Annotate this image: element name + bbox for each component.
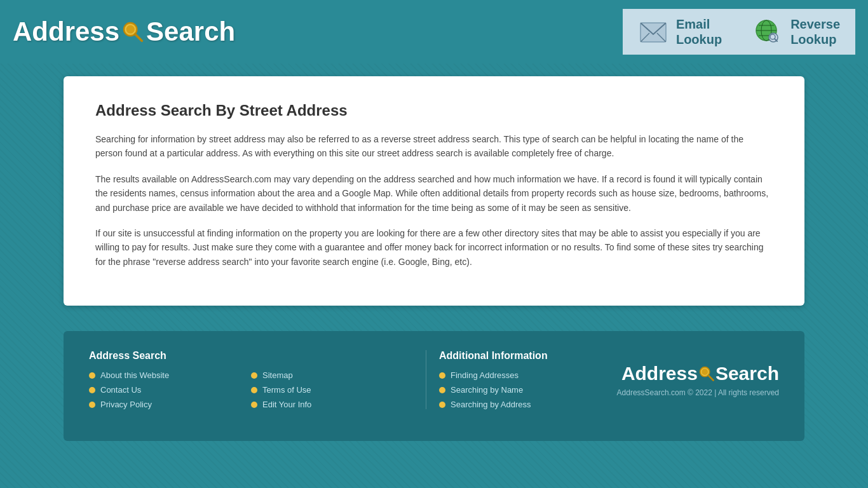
page-title: Address Search By Street Address <box>95 102 773 119</box>
bullet-icon <box>439 402 445 408</box>
bullet-icon <box>89 387 95 393</box>
footer-link-item: Searching by Name <box>439 385 601 395</box>
footer-col-additional: Additional Information Finding Addresses… <box>439 350 601 409</box>
logo-address: Address <box>13 17 119 47</box>
sitemap-link[interactable]: Sitemap <box>262 370 293 380</box>
svg-line-2 <box>135 34 142 41</box>
logo-search: Search <box>146 17 235 47</box>
logo[interactable]: Address Search <box>13 17 235 47</box>
searching-by-address-link[interactable]: Searching by Address <box>451 400 531 409</box>
footer-columns: Address Search About this Website Contac… <box>89 350 779 409</box>
email-icon <box>638 17 668 47</box>
terms-of-use-link[interactable]: Terms of Use <box>262 385 311 395</box>
footer-logo-area: Address Search AddressSearch.com © 2022 … <box>601 350 779 409</box>
main-wrapper: Address Search By Street Address Searchi… <box>0 64 868 318</box>
bullet-icon <box>251 372 257 379</box>
nav-buttons: EmailLookup ReverseLookup <box>623 9 855 55</box>
bullet-icon <box>439 372 445 379</box>
paragraph-3: If our site is unsuccessful at finding i… <box>95 226 773 269</box>
footer-link-item: Contact Us <box>89 385 251 395</box>
footer-link-item: Finding Addresses <box>439 370 601 380</box>
bullet-icon <box>89 402 95 408</box>
footer-logo-magnifier-icon <box>698 365 715 383</box>
footer-col2-links: Sitemap Terms of Use Edit Your Info <box>251 370 413 409</box>
footer-col-address-search: Address Search About this Website Contac… <box>89 350 251 409</box>
footer-col1-title: Address Search <box>89 350 251 362</box>
footer-copyright: AddressSearch.com © 2022 | All rights re… <box>617 388 779 397</box>
footer-col2: Sitemap Terms of Use Edit Your Info <box>251 350 413 409</box>
email-lookup-label: EmailLookup <box>676 17 722 47</box>
footer-divider <box>426 350 426 409</box>
bullet-icon <box>251 402 257 408</box>
footer-logo-search: Search <box>715 363 779 384</box>
logo-magnifier-icon <box>121 20 145 44</box>
footer-logo: Address Search <box>621 363 779 384</box>
footer-col2-title <box>251 350 413 362</box>
reverse-lookup-icon <box>752 17 783 47</box>
contact-us-link[interactable]: Contact Us <box>100 385 141 395</box>
footer-link-item: Privacy Policy <box>89 400 251 409</box>
searching-by-name-link[interactable]: Searching by Name <box>451 385 523 395</box>
footer-link-item: About this Website <box>89 370 251 380</box>
footer-link-item: Terms of Use <box>251 385 413 395</box>
paragraph-2: The results available on AddressSearch.c… <box>95 172 773 215</box>
finding-addresses-link[interactable]: Finding Addresses <box>451 370 519 380</box>
reverse-lookup-button[interactable]: ReverseLookup <box>737 9 855 55</box>
footer-col1-links: About this Website Contact Us Privacy Po… <box>89 370 251 409</box>
footer-col3-links: Finding Addresses Searching by Name Sear… <box>439 370 601 409</box>
paragraph-1: Searching for information by street addr… <box>95 132 773 161</box>
footer-link-item: Edit Your Info <box>251 400 413 409</box>
email-lookup-button[interactable]: EmailLookup <box>623 9 737 55</box>
logo-text: Address Search <box>13 17 235 47</box>
svg-line-16 <box>709 375 714 380</box>
footer-col3-title: Additional Information <box>439 350 601 362</box>
bullet-icon <box>251 387 257 393</box>
privacy-policy-link[interactable]: Privacy Policy <box>100 400 152 409</box>
footer-link-item: Searching by Address <box>439 400 601 409</box>
site-header: Address Search EmailLookup <box>0 0 868 64</box>
reverse-lookup-label: ReverseLookup <box>790 17 840 47</box>
footer: Address Search About this Website Contac… <box>64 331 804 441</box>
bullet-icon <box>439 387 445 393</box>
footer-logo-address: Address <box>621 363 698 384</box>
footer-link-item: Sitemap <box>251 370 413 380</box>
about-website-link[interactable]: About this Website <box>100 370 169 380</box>
bullet-icon <box>89 372 95 379</box>
content-card: Address Search By Street Address Searchi… <box>64 76 804 306</box>
edit-your-info-link[interactable]: Edit Your Info <box>262 400 311 409</box>
